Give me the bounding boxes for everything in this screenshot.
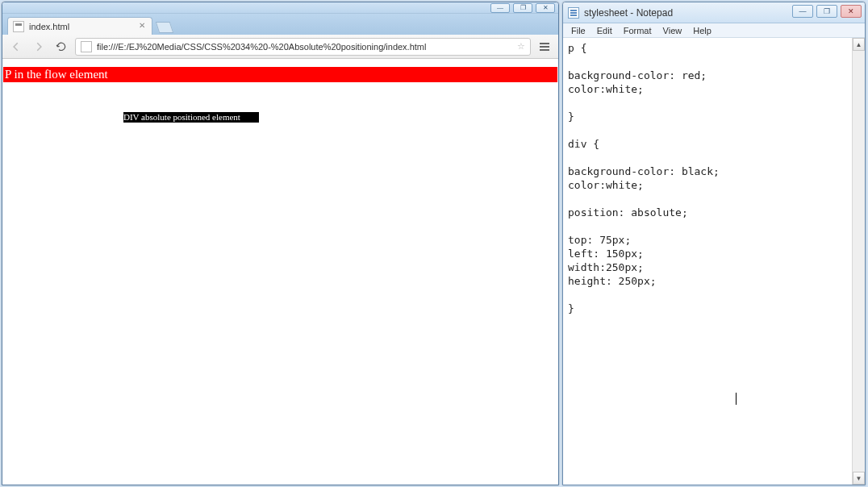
notepad-maximize-button[interactable]: ❐ xyxy=(816,5,837,18)
page-div-element: DIV absolute positioned element xyxy=(123,112,259,123)
arrow-right-icon xyxy=(33,41,44,52)
chrome-minimize-button[interactable]: — xyxy=(490,3,510,13)
arrow-left-icon xyxy=(10,41,22,52)
chrome-window: — ❐ ✕ index.html ✕ ☆ xyxy=(2,2,559,485)
page-p-element: P in the flow element xyxy=(3,67,557,82)
url-input[interactable] xyxy=(97,42,512,52)
chrome-menu-button[interactable] xyxy=(536,38,553,56)
chrome-tab-title: index.html xyxy=(29,22,69,31)
chrome-titlebar[interactable]: — ❐ ✕ xyxy=(2,2,558,14)
notepad-menubar: File Edit Format View Help xyxy=(563,23,865,38)
notepad-titlebar[interactable]: stylesheet - Notepad — ❐ ✕ xyxy=(563,2,865,23)
scroll-up-button[interactable]: ▲ xyxy=(853,38,865,51)
notepad-window: stylesheet - Notepad — ❐ ✕ File Edit For… xyxy=(562,2,866,485)
chrome-window-buttons: — ❐ ✕ xyxy=(490,3,555,13)
file-icon xyxy=(13,21,24,32)
page-icon xyxy=(81,41,92,52)
reload-icon xyxy=(56,41,67,52)
menu-file[interactable]: File xyxy=(566,25,590,36)
back-button[interactable] xyxy=(7,38,25,56)
chrome-viewport: P in the flow element DIV absolute posit… xyxy=(2,67,558,485)
scroll-down-button[interactable]: ▼ xyxy=(853,472,865,485)
menu-view[interactable]: View xyxy=(658,25,687,36)
notepad-minimize-button[interactable]: — xyxy=(792,5,813,18)
forward-button[interactable] xyxy=(30,38,48,56)
chrome-close-button[interactable]: ✕ xyxy=(536,3,555,13)
text-caret xyxy=(736,393,737,405)
menu-format[interactable]: Format xyxy=(619,25,657,36)
new-tab-button[interactable] xyxy=(156,22,174,33)
menu-help[interactable]: Help xyxy=(688,25,716,36)
chrome-toolbar: ☆ xyxy=(2,35,558,59)
chrome-maximize-button[interactable]: ❐ xyxy=(513,3,532,13)
notepad-editor-area: ▲ ▼ xyxy=(563,38,865,485)
notepad-close-button[interactable]: ✕ xyxy=(841,5,862,18)
menu-edit[interactable]: Edit xyxy=(592,25,617,36)
chrome-tabstrip: index.html ✕ xyxy=(2,14,558,35)
hamburger-icon xyxy=(540,43,549,44)
bookmark-star-icon[interactable]: ☆ xyxy=(517,41,525,52)
reload-button[interactable] xyxy=(52,38,70,56)
chrome-tab-active[interactable]: index.html ✕ xyxy=(7,17,152,35)
notepad-title: stylesheet - Notepad xyxy=(584,7,673,19)
notepad-window-buttons: — ❐ ✕ xyxy=(792,5,862,18)
notepad-textarea[interactable] xyxy=(563,38,852,485)
omnibox[interactable]: ☆ xyxy=(75,38,531,56)
notepad-icon xyxy=(568,7,579,19)
close-icon[interactable]: ✕ xyxy=(137,22,147,31)
vertical-scrollbar[interactable]: ▲ ▼ xyxy=(852,38,865,485)
